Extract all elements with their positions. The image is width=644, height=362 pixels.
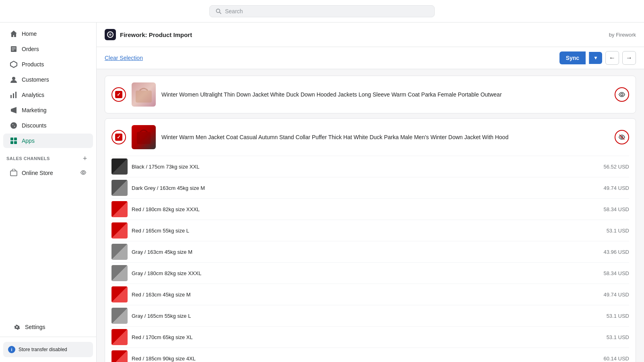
product1-select-checkbox[interactable]: ✓ [111, 87, 126, 102]
clear-selection-button[interactable]: Clear Selection [105, 55, 143, 61]
svg-rect-8 [10, 141, 13, 144]
variant-label: Red / 163cm 45kg size M [132, 292, 599, 298]
sidebar-item-settings[interactable]: Settings [6, 320, 90, 334]
svg-rect-14 [136, 90, 152, 103]
variant-label: Black / 175cm 73kg size XXL [132, 164, 599, 170]
store-transfer-text: Store transfer disabled [19, 347, 67, 352]
product2-eye-button[interactable] [615, 130, 629, 144]
svg-point-0 [216, 9, 220, 12]
variant-image [111, 180, 128, 196]
sidebar-item-marketing[interactable]: Marketing [3, 103, 93, 117]
variant-price: 58.34 USD [603, 270, 629, 276]
svg-rect-6 [10, 138, 13, 140]
toolbar: Clear Selection Sync ▼ ← → [97, 47, 644, 69]
variant-price: 58.34 USD [603, 206, 629, 212]
svg-rect-9 [14, 141, 17, 144]
product2-info: Winter Warm Men Jacket Coat Casual Autum… [161, 133, 629, 142]
toolbar-right: Sync ▼ ← → [559, 51, 636, 65]
product2-select-checkbox[interactable]: ✓ [111, 130, 126, 144]
variant-price: 53.1 USD [607, 334, 629, 340]
svg-rect-16 [137, 132, 151, 144]
app-title: Firework: Product Import [105, 29, 192, 40]
sidebar-item-discounts[interactable]: Discounts [3, 118, 93, 133]
sidebar-footer: i Store transfer disabled [0, 337, 96, 362]
variant-image [111, 329, 128, 345]
analytics-icon [10, 91, 18, 99]
sidebar-item-orders[interactable]: Orders [3, 42, 93, 56]
variant-label: Red / 185cm 90kg size 4XL [132, 356, 599, 362]
variant-row: Gray / 180cm 82kg size XXXL 58.34 USD [111, 262, 629, 284]
app-name: Firework: Product Import [120, 31, 192, 38]
sidebar-item-home[interactable]: Home [3, 27, 93, 41]
svg-point-11 [83, 171, 85, 173]
variant-label: Gray / 180cm 82kg size XXXL [132, 270, 599, 276]
search-placeholder: Search [225, 8, 243, 14]
variant-image [111, 201, 128, 217]
sync-dropdown-button[interactable]: ▼ [589, 52, 602, 64]
sidebar-item-apps[interactable]: Apps [3, 134, 93, 148]
store-transfer-notice: i Store transfer disabled [3, 342, 93, 357]
variant-image [111, 158, 128, 175]
variant-row: Red / 163cm 45kg size M 49.74 USD [111, 284, 629, 305]
prev-arrow-button[interactable]: ← [605, 51, 619, 65]
variant-price: 56.52 USD [603, 164, 629, 170]
product2-variants: Black / 175cm 73kg size XXL 56.52 USD Da… [105, 156, 636, 362]
sync-button[interactable]: Sync [559, 51, 586, 64]
app-by-label: by Firework [609, 32, 636, 38]
variant-label: Red / 165cm 55kg size L [132, 228, 603, 234]
product1-title: Winter Women Ultralight Thin Down Jacket… [161, 91, 502, 98]
variant-row: Red / 165cm 55kg size L 53.1 USD [111, 220, 629, 241]
variant-row: Dark Grey / 163cm 45kg size M 49.74 USD [111, 177, 629, 198]
variant-price: 60.14 USD [603, 356, 629, 362]
variant-image [111, 244, 128, 260]
info-icon: i [8, 346, 15, 353]
variant-price: 49.74 USD [603, 185, 629, 191]
search-bar[interactable]: Search [209, 5, 435, 17]
product1-checkmark: ✓ [117, 92, 121, 97]
app-header: Firework: Product Import by Firework [97, 23, 644, 47]
product1-info: Winter Women Ultralight Thin Down Jacket… [161, 90, 629, 99]
sidebar-item-products[interactable]: Products [3, 57, 93, 72]
variant-label: Red / 180cm 82kg size XXXL [132, 206, 599, 212]
sidebar-nav: Home Orders Products Cu [0, 23, 96, 316]
next-arrow-button[interactable]: → [622, 51, 636, 65]
product1-image [132, 82, 156, 107]
apps-icon [10, 137, 18, 145]
product-card-2: ✓ Winter Warm Men Jacket Coat Casual Aut… [105, 118, 636, 362]
svg-rect-3 [10, 95, 12, 98]
product2-title: Winter Warm Men Jacket Coat Casual Autum… [161, 134, 508, 140]
variant-row: Gray / 165cm 55kg size L 53.1 USD [111, 305, 629, 326]
variant-row: Red / 170cm 65kg size XL 53.1 USD [111, 326, 629, 348]
variant-image [111, 350, 128, 362]
product1-action [615, 87, 629, 102]
sidebar-item-customers[interactable]: Customers [3, 72, 93, 87]
svg-line-1 [219, 12, 221, 14]
search-icon [215, 8, 222, 14]
variant-label: Red / 170cm 65kg size XL [132, 334, 603, 340]
svg-rect-7 [14, 138, 17, 140]
discounts-icon [10, 121, 18, 130]
add-sales-channel-button[interactable]: + [80, 154, 90, 163]
marketing-icon [10, 106, 18, 114]
variant-label: Gray / 165cm 55kg size L [132, 313, 603, 319]
variant-row: Red / 180cm 82kg size XXXL 58.34 USD [111, 198, 629, 220]
app-logo [105, 29, 116, 40]
customers-icon [10, 76, 18, 84]
variant-label: Gray / 163cm 45kg size M [132, 249, 599, 255]
product1-checkbox-inner: ✓ [115, 91, 122, 98]
svg-point-2 [12, 77, 15, 80]
variant-row: Gray / 163cm 45kg size M 43.96 USD [111, 241, 629, 262]
settings-icon [13, 323, 21, 331]
layout: Home Orders Products Cu [0, 23, 644, 362]
product2-checkbox-inner: ✓ [115, 134, 122, 141]
settings-section: Settings [0, 316, 96, 337]
sales-channels-label: SALES CHANNELS [6, 156, 50, 161]
product2-checkmark: ✓ [117, 134, 121, 140]
product-list: ✓ Winter Women Ultralight Thin Down Jack… [97, 69, 644, 362]
svg-rect-4 [13, 93, 14, 98]
sidebar-item-online-store[interactable]: Online Store [3, 166, 93, 180]
topbar: Search [0, 0, 644, 23]
sidebar-item-analytics[interactable]: Analytics [3, 88, 93, 102]
product1-eye-button[interactable] [615, 87, 629, 102]
variant-row: Red / 185cm 90kg size 4XL 60.14 USD [111, 348, 629, 362]
